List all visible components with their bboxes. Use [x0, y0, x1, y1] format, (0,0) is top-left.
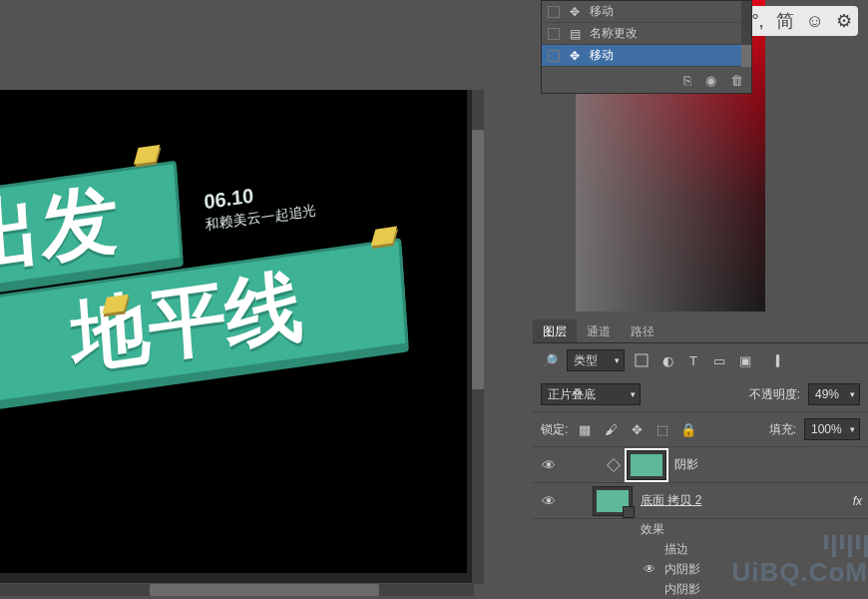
history-panel: ✥ 移动 ▤ 名称更改 ✥ 移动 ⎘ ◉ 🗑 — [541, 0, 752, 94]
lock-all-icon[interactable]: 🔒 — [679, 420, 697, 438]
filter-type-icon[interactable]: T — [684, 351, 702, 369]
layers-panel: 图层 通道 路径 🔎 类型▾ ◐ T ▭ ▣ ⏽ 正片叠底▾ 不透明度: 49%… — [533, 319, 868, 599]
effect-visibility-toggle[interactable]: 👁 — [641, 562, 658, 576]
scrollbar-thumb[interactable] — [150, 584, 379, 596]
layer-filter-row: 🔎 类型▾ ◐ T ▭ ▣ ⏽ — [533, 343, 868, 377]
move-icon: ✥ — [568, 5, 582, 19]
history-checkbox[interactable] — [548, 6, 560, 18]
layer-visibility-toggle[interactable]: 👁 — [537, 457, 561, 473]
delete-icon[interactable]: 🗑 — [730, 73, 743, 88]
filter-toggle-switch[interactable]: ⏽ — [768, 351, 786, 369]
layer-row[interactable]: 👁 阴影 — [533, 447, 868, 483]
artwork-cube-icon — [134, 145, 160, 165]
artwork-bottom-text: 地平线 — [68, 254, 306, 391]
ime-punct-button[interactable]: °, — [751, 11, 763, 32]
layer-thumbnail[interactable] — [627, 450, 666, 480]
layer-effect-item[interactable]: 👁 内阴影 — [533, 559, 868, 579]
canvas-vertical-scrollbar[interactable] — [472, 90, 484, 584]
scrollbar-thumb[interactable] — [472, 130, 484, 389]
effect-label: 内阴影 — [664, 581, 700, 598]
svg-rect-0 — [636, 354, 648, 366]
layer-effect-item[interactable]: 内阴影 — [533, 579, 868, 599]
layer-fx-indicator[interactable]: fx — [853, 494, 868, 508]
new-document-from-state-icon[interactable]: ⎘ — [683, 73, 691, 88]
tab-layers[interactable]: 图层 — [533, 319, 577, 342]
filter-type-select[interactable]: 类型▾ — [567, 349, 625, 371]
history-item[interactable]: ✥ 移动 — [542, 45, 751, 67]
history-item-label: 名称更改 — [590, 25, 638, 42]
link-icon[interactable] — [607, 457, 621, 471]
fill-label: 填充: — [769, 421, 796, 438]
layer-effects-header[interactable]: 效果 — [533, 519, 868, 539]
artwork-date: 06.10 — [204, 184, 254, 214]
filter-adjustment-icon[interactable]: ◐ — [658, 351, 676, 369]
lock-artboard-icon[interactable]: ⬚ — [653, 420, 671, 438]
layer-row[interactable]: 👁 底面 拷贝 2 fx — [533, 483, 868, 519]
effect-label: 描边 — [664, 541, 688, 558]
history-checkbox[interactable] — [548, 28, 560, 40]
layer-effect-item[interactable]: 描边 — [533, 539, 868, 559]
ime-emoji-icon[interactable]: ☺ — [806, 11, 824, 32]
opacity-label: 不透明度: — [749, 386, 800, 403]
lock-image-icon[interactable]: 🖌 — [602, 420, 620, 438]
filter-smartobject-icon[interactable]: ▣ — [736, 351, 754, 369]
effect-label: 内阴影 — [664, 561, 700, 578]
layer-name[interactable]: 底面 拷贝 2 — [641, 492, 853, 509]
create-snapshot-icon[interactable]: ◉ — [705, 73, 716, 88]
move-icon: ✥ — [568, 49, 582, 63]
panel-tabs: 图层 通道 路径 — [533, 319, 868, 343]
fill-input[interactable]: 100%▾ — [804, 418, 860, 440]
chevron-down-icon: ▾ — [615, 355, 620, 365]
opacity-value: 49% — [815, 387, 839, 401]
ime-settings-icon[interactable]: ⚙ — [836, 10, 852, 32]
smartobject-badge-icon — [623, 506, 635, 518]
fill-value: 100% — [811, 422, 842, 436]
canvas-background: 06.10 和赖美云一起追光 出发 地平线 — [0, 90, 473, 583]
history-toolbar: ⎘ ◉ 🗑 — [542, 67, 751, 93]
document-icon: ▤ — [568, 27, 582, 41]
canvas-area: 06.10 和赖美云一起追光 出发 地平线 — [0, 0, 484, 599]
history-scrollbar[interactable] — [741, 1, 751, 67]
opacity-input[interactable]: 49%▾ — [808, 383, 860, 405]
history-item-label: 移动 — [590, 3, 614, 20]
tab-channels[interactable]: 通道 — [577, 319, 621, 342]
chevron-down-icon: ▾ — [631, 389, 636, 399]
history-checkbox[interactable] — [548, 50, 560, 62]
chevron-down-icon: ▾ — [850, 389, 855, 399]
scrollbar-thumb[interactable] — [741, 45, 751, 67]
layer-visibility-toggle[interactable]: 👁 — [537, 493, 561, 509]
lock-transparency-icon[interactable]: ▩ — [576, 420, 594, 438]
lock-label: 锁定: — [541, 421, 568, 438]
layers-list: 👁 阴影 👁 底面 拷贝 2 fx 效果 描边 👁 内阴影 内阴影 — [533, 447, 868, 599]
blend-opacity-row: 正片叠底▾ 不透明度: 49%▾ — [533, 377, 868, 411]
tab-paths[interactable]: 路径 — [621, 319, 664, 342]
filter-type-label: 类型 — [574, 352, 598, 369]
ime-simplified-button[interactable]: 简 — [776, 9, 794, 33]
lock-fill-row: 锁定: ▩ 🖌 ✥ ⬚ 🔒 填充: 100%▾ — [533, 411, 868, 447]
artwork-3d-text: 06.10 和赖美云一起追光 出发 地平线 — [0, 174, 456, 246]
history-item[interactable]: ▤ 名称更改 — [542, 23, 751, 45]
chevron-down-icon: ▾ — [850, 424, 855, 434]
blend-mode-value: 正片叠底 — [548, 386, 596, 403]
canvas-horizontal-scrollbar[interactable] — [0, 584, 474, 596]
filter-shape-icon[interactable]: ▭ — [710, 351, 728, 369]
search-icon[interactable]: 🔎 — [541, 351, 559, 369]
blend-mode-select[interactable]: 正片叠底▾ — [541, 383, 641, 405]
filter-pixel-icon[interactable] — [633, 351, 651, 369]
layer-thumbnail[interactable] — [593, 486, 633, 516]
document-canvas[interactable]: 06.10 和赖美云一起追光 出发 地平线 — [0, 90, 467, 573]
effects-label: 效果 — [641, 521, 664, 538]
history-item-label: 移动 — [590, 47, 614, 64]
lock-position-icon[interactable]: ✥ — [628, 420, 646, 438]
layer-name[interactable]: 阴影 — [674, 456, 868, 473]
history-item[interactable]: ✥ 移动 — [542, 1, 751, 23]
artwork-top-text: 出发 — [0, 167, 122, 294]
